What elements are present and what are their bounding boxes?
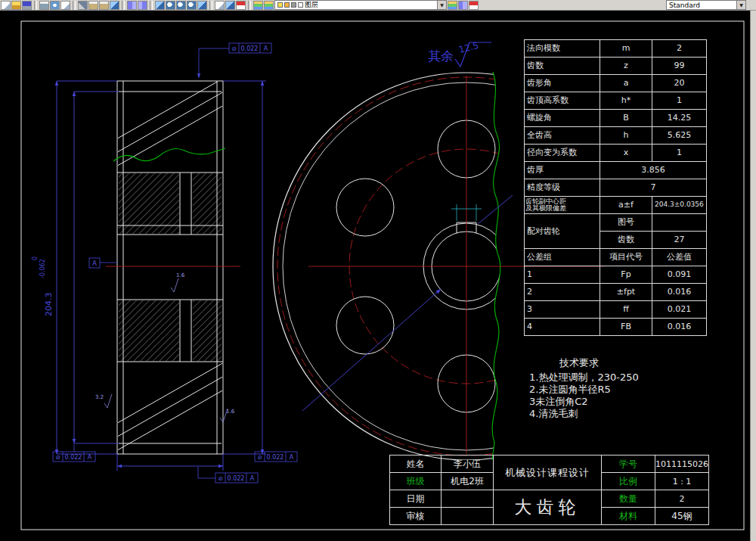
layer-states-icon[interactable] bbox=[264, 1, 274, 10]
layer-color-icon bbox=[298, 2, 303, 8]
name-label: 姓名 bbox=[390, 455, 442, 473]
svg-text:A: A bbox=[88, 454, 92, 461]
match-properties-icon[interactable] bbox=[110, 1, 119, 10]
param-row: 精度等级7 bbox=[525, 179, 707, 197]
properties-icon[interactable] bbox=[215, 1, 225, 10]
scale-value: 1 : 1 bbox=[655, 473, 709, 490]
layer-combo[interactable]: 图层 ▼ bbox=[274, 0, 447, 10]
text-style-value: Standard bbox=[669, 2, 700, 9]
tooth-direction-lines bbox=[113, 77, 225, 452]
svg-text:3.2: 3.2 bbox=[95, 394, 104, 400]
chevron-down-icon[interactable]: ▼ bbox=[437, 1, 446, 9]
svg-text:A: A bbox=[264, 45, 268, 52]
part-name: 大齿轮 bbox=[494, 490, 602, 525]
param-row: 法向模数m2 bbox=[525, 40, 707, 58]
break-line-section bbox=[113, 148, 225, 161]
layer-combo-value: 图层 bbox=[305, 0, 318, 10]
zoom-realtime-icon[interactable] bbox=[166, 1, 175, 10]
svg-text:1.6: 1.6 bbox=[176, 272, 185, 278]
date-value bbox=[442, 490, 494, 508]
technical-requirements: 技术要求 1.热处理调制，230-250 2.未注圆角半径R5 3未注倒角C2 … bbox=[529, 356, 688, 420]
tech-req-title: 技术要求 bbox=[529, 356, 688, 370]
svg-text:0.022: 0.022 bbox=[65, 454, 82, 461]
distance-icon[interactable] bbox=[236, 1, 246, 10]
course-title: 机械设计课程设计 bbox=[494, 455, 602, 490]
dim-tol-upper-label: 0 bbox=[32, 257, 39, 260]
svg-text:A: A bbox=[92, 260, 97, 267]
save-icon[interactable] bbox=[22, 1, 32, 10]
param-row: 1Fp0.091 bbox=[525, 266, 707, 284]
quantity-value: 2 bbox=[655, 490, 709, 508]
svg-text:0.022: 0.022 bbox=[267, 454, 284, 461]
spell-check-icon[interactable] bbox=[60, 1, 70, 10]
class-value: 机电2班 bbox=[442, 473, 494, 490]
zoom-previous-icon[interactable] bbox=[187, 1, 197, 10]
toolbar-separator bbox=[150, 1, 153, 10]
title-block: 姓名 李小伍 机械设计课程设计 学号 1011115026 班级 机电2班 比例… bbox=[389, 455, 709, 525]
surface-finish-note: 其余 12.5 bbox=[428, 40, 491, 67]
pan-icon[interactable] bbox=[197, 1, 207, 10]
param-row: 齿数z99 bbox=[525, 58, 707, 75]
dimension-lines bbox=[57, 81, 513, 471]
insert-hyperlink-icon[interactable] bbox=[155, 1, 165, 10]
dim-tol-lower-label: -0.062 bbox=[39, 259, 46, 278]
new-file-icon[interactable] bbox=[1, 1, 11, 10]
text-style-combo[interactable]: Standard ▼ bbox=[666, 0, 746, 10]
svg-text:⊘: ⊘ bbox=[218, 475, 223, 482]
svg-text:⊘: ⊘ bbox=[55, 454, 60, 461]
surface-prefix-label: 其余 bbox=[428, 48, 454, 64]
toolbar-separator bbox=[34, 1, 37, 10]
toolbar-separator bbox=[122, 1, 125, 10]
paste-icon[interactable] bbox=[99, 1, 109, 10]
student-id-value: 1011115026 bbox=[655, 455, 709, 473]
color-control-icon[interactable] bbox=[469, 1, 479, 10]
hatch-lower bbox=[119, 300, 179, 361]
param-row: 3ff0.021 bbox=[525, 301, 707, 319]
date-label: 日期 bbox=[390, 490, 442, 508]
gdt-labels: ⊘ 0.022 A ⊘ 0.022 A ⊘ 0.022 A ⊘ 0.022 A … bbox=[55, 45, 294, 482]
layer-previous-icon[interactable] bbox=[458, 1, 468, 10]
quantity-label: 数量 bbox=[602, 490, 655, 508]
name-value: 李小伍 bbox=[442, 455, 494, 473]
svg-text:0.022: 0.022 bbox=[228, 475, 245, 482]
param-row: 4FB0.016 bbox=[525, 319, 707, 336]
make-layer-current-icon[interactable] bbox=[448, 1, 457, 10]
check-label: 审核 bbox=[390, 508, 442, 525]
param-row: 齿形角a20 bbox=[525, 75, 707, 92]
layer-properties-icon[interactable] bbox=[253, 1, 263, 10]
chevron-down-icon[interactable]: ▼ bbox=[736, 1, 745, 9]
param-row: 齿厚3.856 bbox=[525, 162, 707, 179]
tech-req-line: 4.清洗毛刺 bbox=[529, 408, 688, 420]
param-row: 公差组项目代号公差值 bbox=[525, 249, 707, 266]
open-file-icon[interactable] bbox=[11, 1, 21, 10]
undo-icon[interactable] bbox=[127, 1, 137, 10]
redo-icon[interactable] bbox=[138, 1, 147, 10]
gear-parameter-table: 法向模数m2 齿数z99 齿形角a20 齿顶高系数h*1 螺旋角B14.25 全… bbox=[524, 39, 707, 336]
copy-icon[interactable] bbox=[88, 1, 98, 10]
layer-on-icon bbox=[277, 2, 283, 8]
param-row: 配对齿轮图号 bbox=[525, 214, 707, 232]
dim-outer-label: 204.3 bbox=[44, 293, 54, 317]
vertical-scrollbar[interactable] bbox=[750, 11, 756, 541]
material-label: 材料 bbox=[602, 508, 655, 525]
hatch-lower-right bbox=[193, 300, 222, 361]
check-value bbox=[442, 508, 494, 525]
break-line-front bbox=[492, 72, 500, 460]
print-icon[interactable] bbox=[39, 1, 49, 10]
svg-text:0.022: 0.022 bbox=[241, 45, 259, 52]
print-preview-icon[interactable] bbox=[50, 1, 60, 10]
layer-lock-icon bbox=[291, 2, 296, 8]
class-label: 班级 bbox=[390, 473, 442, 490]
cut-icon[interactable] bbox=[78, 1, 88, 10]
zoom-window-icon[interactable] bbox=[176, 1, 186, 10]
scale-label: 比例 bbox=[602, 473, 655, 490]
svg-text:⊘: ⊘ bbox=[257, 454, 262, 461]
toolbar: 图层 ▼ Standard ▼ bbox=[0, 0, 756, 11]
tech-req-line: 3未注倒角C2 bbox=[529, 396, 688, 408]
dimension-labels: 204.3 0 -0.062 bbox=[32, 257, 54, 316]
layer-thaw-icon bbox=[284, 2, 290, 8]
param-row: 径向变为系数x1 bbox=[525, 145, 707, 162]
svg-text:A: A bbox=[290, 454, 294, 461]
design-center-icon[interactable] bbox=[225, 1, 235, 10]
material-value: 45钢 bbox=[655, 508, 709, 525]
